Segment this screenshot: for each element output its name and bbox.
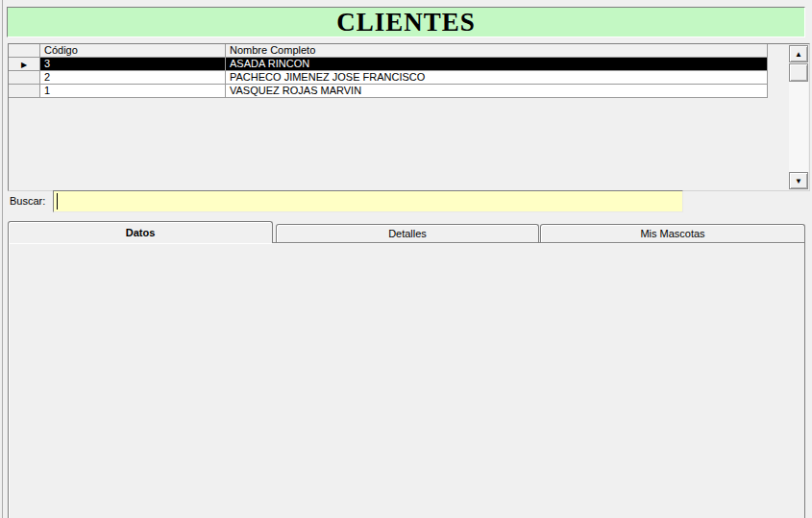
- row-selector-cell[interactable]: [9, 71, 40, 85]
- title-banner: CLIENTES: [7, 7, 805, 37]
- cell-nombre[interactable]: PACHECO JIMENEZ JOSE FRANCISCO: [226, 71, 768, 85]
- tab-panel-datos: [8, 242, 805, 518]
- text-caret: [57, 193, 58, 210]
- tab-detalles[interactable]: Detalles: [276, 224, 539, 242]
- tab-label: Datos: [126, 227, 156, 238]
- search-label: Buscar:: [10, 195, 45, 207]
- page-title: CLIENTES: [336, 8, 476, 37]
- cell-codigo[interactable]: 1: [40, 85, 226, 98]
- tab-label: Detalles: [388, 228, 427, 239]
- table-row[interactable]: ▶ 3 ASADA RINCON: [9, 58, 768, 71]
- row-selector-cell[interactable]: [9, 85, 40, 98]
- scrollbar-thumb[interactable]: [789, 63, 808, 82]
- grid-header-row: Código Nombre Completo: [9, 44, 768, 58]
- cell-nombre[interactable]: VASQUEZ ROJAS MARVIN: [226, 85, 768, 98]
- search-input[interactable]: [53, 190, 683, 212]
- cell-nombre[interactable]: ASADA RINCON: [226, 58, 768, 71]
- cell-codigo[interactable]: 2: [40, 71, 226, 85]
- grid-header-nombre: Nombre Completo: [226, 44, 768, 58]
- table-row[interactable]: 1 VASQUEZ ROJAS MARVIN: [9, 85, 768, 98]
- grid-header-selector: [9, 44, 40, 58]
- cell-codigo[interactable]: 3: [40, 58, 226, 71]
- arrow-up-icon: ▲: [795, 50, 802, 59]
- table-row[interactable]: 2 PACHECO JIMENEZ JOSE FRANCISCO: [9, 71, 768, 85]
- scroll-down-button[interactable]: ▼: [789, 172, 808, 189]
- tab-mis-mascotas[interactable]: Mis Mascotas: [540, 224, 805, 242]
- row-selector-cell[interactable]: ▶: [9, 58, 40, 71]
- grid-rows-area: Código Nombre Completo ▶ 3 ASADA RINCON …: [9, 44, 768, 98]
- current-row-arrow-icon: ▶: [21, 61, 27, 69]
- grid-vertical-scrollbar[interactable]: ▲ ▼: [789, 45, 808, 189]
- window-edge-line: [2, 0, 3, 518]
- tab-datos[interactable]: Datos: [8, 221, 273, 243]
- grid-header-codigo: Código: [40, 44, 226, 58]
- clients-grid: Código Nombre Completo ▶ 3 ASADA RINCON …: [8, 43, 810, 191]
- scroll-up-button[interactable]: ▲: [789, 45, 808, 62]
- tab-label: Mis Mascotas: [640, 228, 704, 239]
- arrow-down-icon: ▼: [795, 177, 802, 185]
